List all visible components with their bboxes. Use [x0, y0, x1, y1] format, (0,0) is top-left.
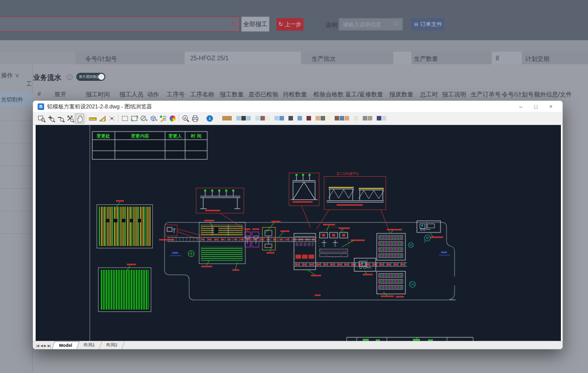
cad-press-machine — [199, 220, 245, 271]
layer-list-icon[interactable] — [158, 113, 168, 123]
layer-color-chip[interactable] — [316, 116, 320, 120]
layout-tab-布局1[interactable]: 布局1 — [77, 341, 102, 349]
layer-color-chip[interactable] — [345, 116, 349, 120]
tab-nav-icon[interactable]: ◀ — [40, 344, 42, 347]
layer-color-chip[interactable] — [354, 116, 358, 120]
field-label: 计划交期 — [525, 55, 549, 63]
sidebar-dropdown[interactable]: 操作 ∨ — [1, 71, 20, 80]
tab-nav-arrows: |◀◀▶▶| — [36, 343, 52, 348]
column-header: 报废数量 — [389, 90, 413, 99]
layer-color-chip[interactable] — [307, 116, 311, 120]
close-button[interactable]: × — [543, 101, 558, 112]
column-header: 生产订单号 — [471, 90, 501, 99]
drawing-canvas[interactable]: 变更处 变更内容 变更人 时 间 — [36, 125, 561, 342]
tab-nav-icon[interactable]: ▶ — [44, 344, 46, 347]
layout-tab-model[interactable]: Model — [52, 341, 80, 349]
layer-color-chip[interactable] — [321, 116, 325, 120]
info-icon[interactable]: i — [205, 113, 214, 123]
cad-drawing: 变更处 变更内容 变更人 时 间 — [36, 125, 561, 342]
measure-angle-icon[interactable] — [107, 113, 116, 123]
layer-color-chip[interactable] — [382, 116, 386, 120]
field-value: 8 — [496, 55, 499, 62]
layer-color-chip[interactable] — [363, 116, 367, 120]
swatch-group — [222, 116, 232, 120]
maximize-button[interactable]: □ — [528, 101, 543, 112]
color-wheel-icon[interactable] — [168, 113, 177, 123]
sub-header-band — [0, 40, 588, 52]
find-text-icon[interactable]: A — [181, 113, 190, 123]
column-header: 待检数量 — [283, 90, 307, 99]
column-header: 报工人员 — [119, 90, 143, 99]
column-header: 报工时间 — [86, 90, 110, 99]
swatch-group — [335, 116, 350, 120]
layout-tab-布局2[interactable]: 布局2 — [99, 341, 125, 349]
window-title: 铝模板方案初设2021-2-8.dwg - 图纸浏览器 — [47, 103, 152, 110]
svg-text:变更处: 变更处 — [96, 133, 110, 139]
layer-color-chip[interactable] — [377, 116, 381, 120]
note-label: 说明 — [326, 21, 338, 30]
view-cube-icon[interactable] — [149, 113, 158, 123]
show-returned-toggle[interactable]: 显示退回数据 — [76, 73, 105, 81]
measure-area-icon[interactable] — [97, 113, 107, 123]
zoom-extents-icon[interactable] — [65, 113, 75, 123]
layer-color-chip[interactable] — [326, 116, 330, 120]
zoom-in-icon[interactable] — [46, 113, 56, 123]
layer-color-chip[interactable] — [279, 116, 284, 120]
swatch-group — [363, 116, 373, 120]
layer-color-chip[interactable] — [288, 116, 293, 120]
cad-forklift-mid — [354, 258, 376, 275]
layer-color-chip[interactable] — [236, 116, 241, 120]
pan-icon[interactable] — [75, 113, 84, 123]
column-header: 返工/返修数量 — [345, 90, 383, 99]
note-input[interactable] — [339, 18, 403, 31]
cad-change-table: 变更处 变更内容 变更人 时 间 — [92, 132, 207, 159]
clear-icon[interactable]: ⊗ — [230, 20, 238, 28]
chevron-down-icon: ∨ — [15, 72, 20, 79]
field-label: 生产批次 — [312, 55, 336, 63]
info-icon: ⓘ — [66, 74, 73, 80]
layer-color-chip[interactable] — [260, 116, 265, 120]
section-title: 业务流水 — [33, 73, 61, 82]
layer-color-chip[interactable] — [255, 116, 260, 120]
prev-step-button[interactable]: ↻ 上一步 — [276, 18, 304, 31]
prev-step-label: 上一步 — [285, 21, 302, 27]
tab-nav-icon[interactable]: |◀ — [36, 344, 39, 347]
report-all-button[interactable]: 全部报工 — [241, 17, 269, 32]
layer-color-chip[interactable] — [265, 116, 270, 120]
zoom-out-icon[interactable] — [56, 113, 65, 123]
cad-pallet-green — [98, 264, 151, 311]
layer-color-chip[interactable] — [246, 116, 251, 120]
scan-input[interactable] — [0, 17, 240, 32]
layer-color-chip[interactable] — [241, 116, 246, 120]
select-window-icon[interactable] — [120, 113, 129, 123]
sidebar-item-selected[interactable]: 光切割外 — [0, 93, 33, 106]
print-icon[interactable] — [190, 113, 200, 123]
swatch-group — [354, 116, 359, 120]
layer-color-chip[interactable] — [340, 116, 344, 120]
dwg-app-icon: B — [38, 103, 44, 110]
tab-nav-icon[interactable]: ▶| — [48, 344, 50, 347]
edit-icon: ⊡ — [394, 21, 398, 26]
layer-color-chip[interactable] — [274, 116, 279, 120]
toggle-label: 显示退回数据 — [79, 75, 100, 78]
cad-robot-cell — [319, 224, 365, 257]
layer-color-chip[interactable] — [368, 116, 372, 120]
window-title-bar[interactable]: B 铝模板方案初设2021-2-8.dwg - 图纸浏览器 – □ × — [33, 101, 562, 112]
order-file-button[interactable]: ⊖ 订单文件 — [411, 18, 445, 31]
measure-distance-icon[interactable] — [88, 113, 97, 123]
swatch-group — [236, 116, 251, 120]
column-header: 工序名称 — [190, 90, 214, 99]
left-sidebar: 操作 ∨ 工 光切割外 — [0, 65, 33, 373]
order-file-label: 订单文件 — [420, 21, 442, 27]
zoom-window-icon[interactable] — [37, 113, 46, 123]
top-toolbar: ⊗ 全部报工 ↻ 上一步 说明 ⊡ ⊖ 订单文件 — [0, 0, 588, 40]
view-refresh-icon[interactable] — [129, 113, 139, 123]
layer-color-chip[interactable] — [222, 116, 232, 120]
layer-color-chip[interactable] — [335, 116, 339, 120]
sidebar-dropdown-label: 操作 — [1, 72, 13, 79]
layer-off-icon[interactable] — [139, 113, 149, 123]
layer-color-chip[interactable] — [298, 116, 302, 120]
column-header: 报工数量 — [220, 90, 244, 99]
minimize-button[interactable]: – — [513, 101, 528, 112]
screen: ⊗ 全部报工 ↻ 上一步 说明 ⊡ ⊖ 订单文件 令号/计划号 25-HFGZ … — [0, 0, 588, 373]
